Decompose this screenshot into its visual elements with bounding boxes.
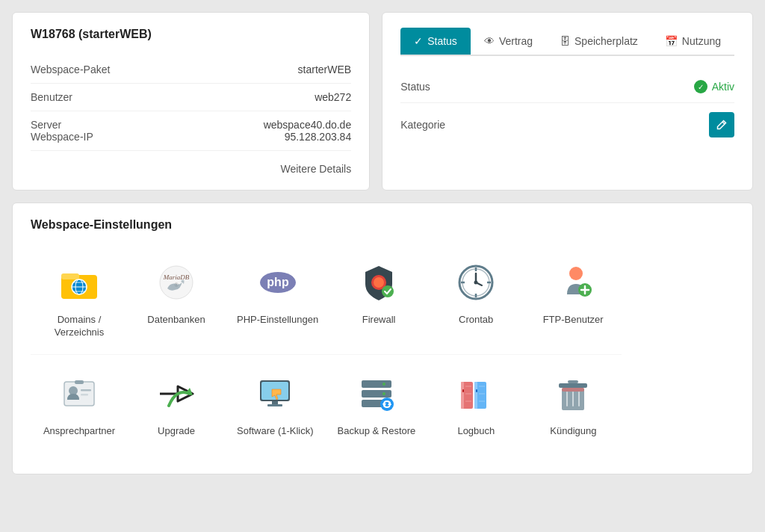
svg-rect-31 xyxy=(81,394,88,396)
kuendigung-label: Kündigung xyxy=(550,425,596,438)
tab-nutzung[interactable]: 📅 Nutzung xyxy=(651,28,734,55)
tab-status[interactable]: ✓ Status xyxy=(400,28,471,55)
kategorie-label: Kategorie xyxy=(400,119,445,131)
svg-rect-30 xyxy=(81,389,91,392)
kuendigung-icon-item[interactable]: Kündigung xyxy=(524,361,622,447)
ftp-icon-item[interactable]: FTP-Benutzer xyxy=(524,250,622,348)
software-label: Software (1-Klick) xyxy=(237,425,314,438)
svg-point-23 xyxy=(474,281,478,285)
benutzer-value: web272 xyxy=(315,91,351,103)
webspace-paket-label: Webspace-Paket xyxy=(31,64,110,75)
icons-grid: Domains /Verzeichnis MariaDB ® Datenbank… xyxy=(31,250,734,459)
svg-text:php: php xyxy=(267,276,289,288)
ftp-label: FTP-Benutzer xyxy=(543,314,604,327)
ansprechpartner-icon-wrapper xyxy=(55,370,103,418)
calendar-icon: 📅 xyxy=(665,35,678,47)
server-info-card: W18768 (starterWEB) Webspace-Paket start… xyxy=(12,12,370,191)
datenbanken-icon-wrapper: MariaDB ® xyxy=(152,259,200,306)
svg-rect-37 xyxy=(267,404,282,406)
status-dot-icon: ✓ xyxy=(694,80,707,93)
svg-rect-28 xyxy=(64,382,94,406)
server-label: ServerWebspace-IP xyxy=(31,119,93,143)
svg-point-14 xyxy=(382,285,394,297)
ansprechpartner-icon xyxy=(58,373,100,415)
ansprechpartner-label: Ansprechpartner xyxy=(43,425,115,438)
svg-point-41 xyxy=(382,383,385,386)
crontab-icon-wrapper xyxy=(452,259,500,306)
status-active-badge: ✓ Aktiv xyxy=(694,80,734,93)
backup-icon xyxy=(356,373,397,415)
software-icon-item[interactable]: Software (1-Klick) xyxy=(225,361,326,447)
ansprechpartner-icon-item[interactable]: Ansprechpartner xyxy=(31,361,128,447)
svg-rect-1 xyxy=(61,273,79,279)
webspace-settings-title: Webspace-Einstellungen xyxy=(31,218,734,232)
status-active-label: Aktiv xyxy=(712,81,734,93)
tab-speicherplatz-label: Speicherplatz xyxy=(574,35,638,47)
backup-icon-wrapper xyxy=(353,370,400,418)
php-icon: php xyxy=(257,262,299,303)
datenbanken-icon-item[interactable]: MariaDB ® Datenbanken xyxy=(128,250,225,348)
kuendigung-icon xyxy=(552,373,594,415)
upgrade-icon xyxy=(155,373,197,415)
kategorie-row: Kategorie xyxy=(400,103,734,146)
upgrade-icon-item[interactable]: Upgrade xyxy=(128,361,225,447)
tab-nutzung-label: Nutzung xyxy=(682,35,721,47)
kategorie-edit-button[interactable] xyxy=(709,112,734,137)
svg-rect-39 xyxy=(362,390,391,398)
ftp-icon-wrapper xyxy=(549,259,597,306)
firewall-icon-item[interactable]: Firewall xyxy=(330,250,427,348)
logbuch-icon-wrapper xyxy=(452,370,500,418)
logbuch-icon xyxy=(455,373,497,415)
crontab-icon xyxy=(455,262,497,303)
logbuch-icon-item[interactable]: Logbuch xyxy=(427,361,524,447)
domains-label: Domains /Verzeichnis xyxy=(55,314,104,339)
svg-rect-61 xyxy=(568,380,578,383)
webspace-paket-value: starterWEB xyxy=(298,64,352,75)
php-icon-wrapper: php xyxy=(254,259,302,306)
svg-rect-60 xyxy=(559,383,587,388)
upgrade-icon-wrapper xyxy=(152,370,200,418)
storage-icon: 🗄 xyxy=(560,35,570,47)
status-row: Status ✓ Aktiv xyxy=(400,71,734,103)
tab-status-label: Status xyxy=(427,35,457,47)
svg-point-42 xyxy=(382,392,385,395)
eye-icon: 👁 xyxy=(484,35,495,47)
checkmark-icon: ✓ xyxy=(414,35,423,47)
status-field-label: Status xyxy=(400,81,430,93)
server-ip-row: ServerWebspace-IP webspace40.do.de95.128… xyxy=(31,111,351,151)
webspace-paket-row: Webspace-Paket starterWEB xyxy=(31,56,351,84)
status-card: ✓ Status 👁 Vertrag 🗄 Speicherplatz 📅 Nut… xyxy=(382,12,753,191)
tab-vertrag[interactable]: 👁 Vertrag xyxy=(471,28,546,55)
domains-icon xyxy=(58,262,100,303)
svg-rect-48 xyxy=(461,382,464,409)
svg-rect-52 xyxy=(476,389,477,392)
server-value: webspace40.do.de95.128.203.84 xyxy=(264,119,352,143)
tab-vertrag-label: Vertrag xyxy=(499,35,533,47)
crontab-icon-item[interactable]: Crontab xyxy=(427,250,524,348)
php-label: PHP-Einstellungen xyxy=(237,314,318,327)
svg-rect-36 xyxy=(272,401,278,404)
firewall-icon-wrapper xyxy=(355,259,403,306)
ftp-icon xyxy=(552,262,594,303)
pencil-icon xyxy=(716,120,727,130)
benutzer-row: Benutzer web272 xyxy=(31,84,351,111)
domains-icon-wrapper xyxy=(55,259,103,306)
tab-speicherplatz[interactable]: 🗄 Speicherplatz xyxy=(546,28,651,55)
php-icon-item[interactable]: php PHP-Einstellungen xyxy=(225,250,330,348)
crontab-label: Crontab xyxy=(459,314,493,327)
firewall-icon xyxy=(358,262,400,303)
software-icon xyxy=(254,373,296,415)
mariadb-icon: MariaDB ® xyxy=(155,262,197,303)
backup-label: Backup & Restore xyxy=(338,425,416,438)
svg-point-24 xyxy=(569,267,583,280)
weitere-details-link[interactable]: Weitere Details xyxy=(31,151,351,175)
domains-icon-item[interactable]: Domains /Verzeichnis xyxy=(31,250,128,348)
software-icon-wrapper xyxy=(251,370,299,418)
svg-rect-32 xyxy=(75,380,84,384)
backup-icon-item[interactable]: Backup & Restore xyxy=(326,361,428,447)
upgrade-label: Upgrade xyxy=(158,425,195,438)
svg-rect-49 xyxy=(462,389,464,392)
server-title: W18768 (starterWEB) xyxy=(31,28,351,41)
svg-point-13 xyxy=(374,277,384,288)
datenbanken-label: Datenbanken xyxy=(147,314,205,327)
